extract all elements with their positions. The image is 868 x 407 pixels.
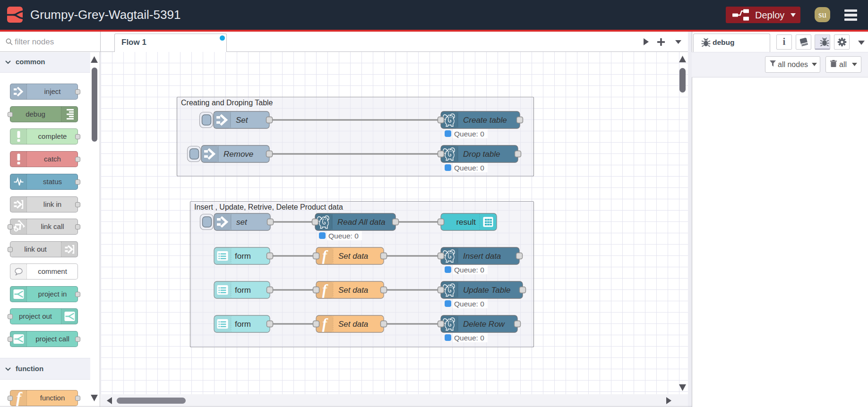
svg-text:Creating and Droping Table: Creating and Droping Table (181, 99, 273, 107)
svg-text:form: form (235, 320, 251, 329)
svg-text:Set: Set (236, 116, 249, 125)
svg-text:Set data: Set data (338, 286, 368, 295)
svg-text:Remove: Remove (223, 150, 253, 159)
svg-text:Queue: 0: Queue: 0 (454, 300, 484, 308)
svg-text:form: form (235, 286, 251, 295)
svg-text:result: result (456, 218, 476, 227)
svg-text:Insert , Update, Retrive, Dele: Insert , Update, Retrive, Delete Product… (194, 203, 343, 211)
svg-text:Delete Row: Delete Row (463, 320, 506, 329)
svg-text:Set data: Set data (338, 320, 368, 329)
svg-text:Set data: Set data (338, 252, 368, 261)
svg-text:Queue: 0: Queue: 0 (454, 130, 484, 138)
svg-text:Drop table: Drop table (463, 150, 500, 159)
svg-text:Queue: 0: Queue: 0 (454, 164, 484, 172)
svg-text:set: set (236, 218, 248, 227)
svg-text:form: form (235, 252, 251, 261)
svg-text:Create table: Create table (463, 116, 507, 125)
svg-text:Queue: 0: Queue: 0 (454, 266, 484, 274)
svg-text:Insert data: Insert data (463, 252, 501, 261)
svg-text:Queue: 0: Queue: 0 (328, 232, 359, 240)
svg-text:Queue: 0: Queue: 0 (454, 334, 484, 342)
svg-text:f: f (16, 390, 23, 407)
svg-text:Update Table: Update Table (463, 286, 511, 295)
svg-text:Read All data: Read All data (337, 218, 385, 227)
